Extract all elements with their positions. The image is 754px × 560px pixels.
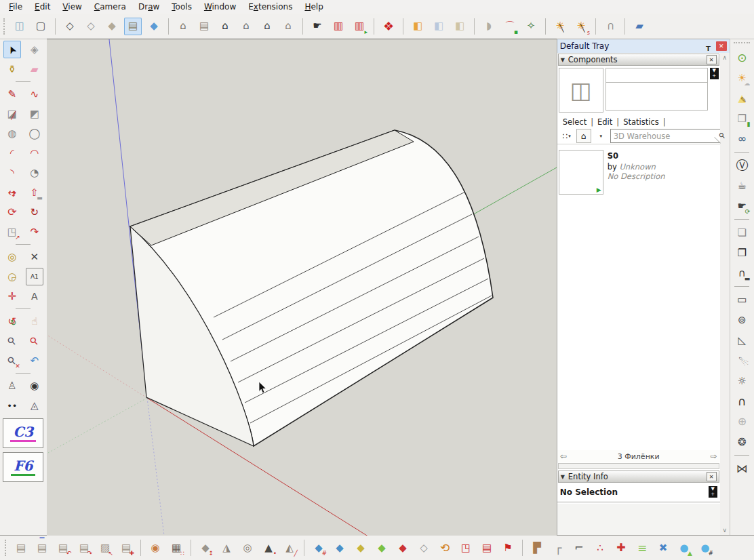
blue-x-icon[interactable]: ✖ (654, 539, 672, 557)
pin-icon[interactable]: ┰ (704, 42, 713, 51)
arc-tool[interactable]: ◜ (3, 144, 21, 162)
shaded-style-icon[interactable]: ◆ (103, 18, 121, 35)
toolbar-grip[interactable] (5, 540, 7, 556)
add-detail-icon[interactable]: ▲• (260, 539, 277, 557)
menu-view[interactable]: View (56, 1, 87, 13)
pager-next-icon[interactable]: ⇨ (711, 452, 717, 461)
vray-render-icon[interactable]: ☕ (733, 177, 751, 195)
panel-blue-icon[interactable]: ◆ (331, 539, 349, 557)
curviloft-icon[interactable]: ✧ (522, 18, 540, 35)
rotated-rectangle-tool[interactable]: ◩ (26, 105, 43, 123)
vray-infinite-plane-icon[interactable]: ⋈ (733, 460, 751, 477)
rotate-tool[interactable]: ⟳ (3, 203, 21, 221)
pager-prev-icon[interactable]: ⇦ (560, 452, 567, 461)
vray-omni-light-icon[interactable]: ☼ (733, 372, 751, 390)
menu-file[interactable]: File (3, 1, 28, 13)
loop-icon[interactable]: ⟲ (436, 539, 454, 557)
flip-edge-icon[interactable]: ◭╱ (281, 539, 298, 557)
pie-tool[interactable]: ◔ (26, 164, 43, 182)
tape-measure-tool[interactable]: ◎ (3, 248, 21, 266)
texture-rotate-right-icon[interactable]: ▤↷ (75, 539, 93, 557)
vertical-scrollbar[interactable]: ∧ ∨ (720, 53, 730, 535)
right-view-icon[interactable]: ⌂ (279, 18, 297, 35)
vray-ies-light-icon[interactable]: ☄ (733, 352, 751, 369)
entity-info-close-icon[interactable]: ✕ (707, 472, 717, 481)
shaded-textures-style-icon[interactable]: ▤ (124, 18, 142, 35)
vray-dome-light-icon[interactable]: ∩ (733, 393, 751, 410)
line-tool[interactable]: ✎ (3, 85, 21, 103)
plugin-button-c3[interactable]: C3 (3, 418, 43, 448)
toolbar-grip[interactable] (734, 42, 750, 45)
vray-frame-buffer-icon[interactable]: ❐ (733, 244, 751, 262)
menu-edit[interactable]: Edit (28, 1, 56, 13)
texture-position-icon[interactable]: ▤ (12, 539, 30, 557)
freehand-tool[interactable]: ∿ (26, 85, 43, 103)
follow-me-keep-icon[interactable]: ⌒▪ (501, 18, 519, 35)
entity-info-details-button[interactable]: ▼ + (709, 486, 717, 498)
red-table-icon[interactable]: ▤ (478, 539, 496, 557)
smoove-icon[interactable]: ◆↕ (197, 539, 214, 557)
drape-icon[interactable]: ◎ (239, 539, 256, 557)
search-input[interactable] (611, 132, 715, 141)
water-drop-hash-icon[interactable]: ●# (696, 539, 714, 557)
rectangle-tool[interactable]: ◪╱ (3, 105, 21, 123)
toolbar-grip[interactable] (3, 18, 6, 35)
zoom-extents-tool[interactable]: ⚲✕ (3, 352, 21, 369)
three-d-text-tool[interactable]: A (26, 287, 43, 305)
menu-window[interactable]: Window (198, 1, 242, 13)
polyline-points-icon[interactable]: ∴ (591, 539, 609, 557)
texture-spread-icon[interactable]: ▤✚ (117, 539, 135, 557)
vray-environment-icon[interactable]: ☀☁ (733, 69, 751, 87)
scroll-down-icon[interactable]: ∨ (722, 527, 727, 534)
pan-tool[interactable]: ☝ (26, 313, 43, 330)
entity-info-header[interactable]: ▼ Entity Info ✕ (558, 471, 719, 483)
vray-mesh-light-icon[interactable]: ⊕ (733, 413, 751, 431)
vray-interactive-render-icon[interactable]: ☛⟳ (733, 197, 751, 215)
menu-draw[interactable]: Draw (132, 1, 165, 13)
iso-view-icon[interactable]: ⌂ (174, 18, 192, 35)
swap-component-icon[interactable]: ▥▸ (351, 18, 368, 35)
home-button[interactable]: ⌂ (576, 129, 591, 143)
texture-rotate-left-icon[interactable]: ▤↶ (54, 539, 72, 557)
panel-hatch-icon[interactable]: ◆# (310, 539, 328, 557)
pipe-icon[interactable]: ┌ (549, 539, 567, 557)
vray-sphere-scatter-icon[interactable]: ❂ (733, 433, 751, 451)
green-bars-icon[interactable]: ≡ (633, 539, 651, 557)
weld-edges-icon[interactable]: ✳╲ (551, 18, 569, 35)
viewport-canvas[interactable] (47, 39, 557, 536)
sandbox-from-contours-icon[interactable]: ◉ (146, 539, 164, 557)
components-details-button[interactable]: ▼ + (710, 68, 719, 79)
components-close-icon[interactable]: ✕ (707, 55, 717, 64)
polygon-tool[interactable]: ◯ (26, 125, 43, 142)
wire-bend-icon[interactable]: ⌐ (570, 539, 588, 557)
tab-edit[interactable]: Edit (595, 116, 615, 128)
vray-binoculars-icon[interactable]: ∞ (733, 130, 751, 148)
offset-tool[interactable]: ↷ (26, 223, 43, 241)
monochrome-style-icon[interactable]: ◆ (145, 18, 163, 35)
quad-face-icon[interactable]: ▰ (631, 18, 648, 35)
zoom-tool[interactable]: ⚲ (3, 332, 21, 350)
push-pull-tool[interactable]: ⇧▬ (26, 184, 43, 201)
zoom-window-tool[interactable]: ⚲ (26, 332, 43, 350)
paint-bucket-tool[interactable]: ⚱ (3, 60, 21, 78)
make-component-tool[interactable]: ◈ (26, 41, 43, 58)
vray-rect-light-icon[interactable]: ▭ (733, 291, 751, 308)
scroll-up-icon[interactable]: ∧ (722, 54, 727, 61)
view-options-button[interactable]: ∷ ▾ (559, 129, 574, 143)
position-camera-tool[interactable]: ♙ (3, 377, 21, 395)
menu-help[interactable]: Help (298, 1, 329, 13)
follow-me-tool[interactable]: ↻ (26, 203, 43, 221)
look-around-tool[interactable]: ◉ (26, 377, 43, 395)
wood-joint-icon[interactable]: ▛ (528, 539, 546, 557)
menu-tools[interactable]: Tools (165, 1, 198, 13)
stamp-icon[interactable]: ◮ (218, 539, 235, 557)
vray-interactive-icon[interactable]: ⊙ (733, 49, 751, 66)
collapse-icon[interactable]: ▼ (561, 474, 565, 480)
flip-arc-icon[interactable]: ⊂ (601, 18, 619, 35)
scale-tool[interactable]: ◳↗ (3, 223, 21, 241)
protractor-tool[interactable]: ◶ (3, 268, 21, 285)
texture-fixed-icon[interactable]: ▤▔ (33, 539, 51, 557)
back-edges-style-icon[interactable]: ▢ (32, 18, 49, 35)
tray-title-bar[interactable]: Default Tray ┰ ✕ (557, 39, 730, 53)
vray-spot-light-icon[interactable]: ◺ (733, 332, 751, 349)
